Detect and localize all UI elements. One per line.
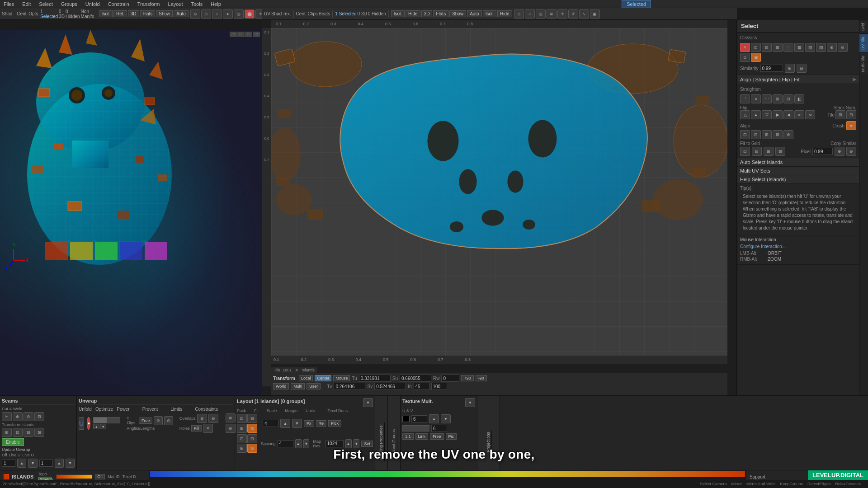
texture-expand[interactable]: ▼ bbox=[465, 398, 475, 407]
unfold-btn[interactable]: U bbox=[79, 417, 84, 430]
val100-input[interactable] bbox=[431, 383, 447, 390]
uv-hide-btn[interactable]: Hide bbox=[406, 10, 420, 17]
world-btn[interactable]: World bbox=[273, 383, 289, 389]
seam-btn-3[interactable]: ⊙ bbox=[24, 412, 33, 421]
layout-btn-2[interactable]: ⊟ bbox=[247, 434, 257, 443]
seams-dn2[interactable]: ▼ bbox=[66, 459, 75, 468]
ti-btn-4[interactable]: ⊠ bbox=[34, 428, 44, 437]
menu-item-tools[interactable]: Tools bbox=[189, 1, 204, 7]
free2-btn[interactable]: Free bbox=[430, 433, 444, 440]
flats-btn[interactable]: Flats bbox=[140, 10, 156, 17]
spacing-dn[interactable]: ▼ bbox=[303, 439, 310, 448]
uv-islands-svg[interactable] bbox=[271, 28, 727, 364]
texture-swatch[interactable] bbox=[402, 416, 410, 422]
fit-grid-2[interactable]: ⊟ bbox=[752, 147, 762, 156]
toolbar-icon-6[interactable]: ⬤ bbox=[245, 9, 255, 19]
menu-item-transform[interactable]: Transform bbox=[136, 1, 162, 7]
toolbar-icon-3[interactable]: ○ bbox=[212, 9, 222, 19]
flip-3[interactable]: ▽ bbox=[762, 110, 772, 119]
align-section-header[interactable]: Align | Straighten | Flip | Fit ▶ bbox=[737, 75, 859, 84]
overlaps-btn-2[interactable]: ⊖ bbox=[208, 414, 218, 423]
seam-btn-4[interactable]: ⊟ bbox=[34, 412, 44, 421]
uv-canvas[interactable]: 0.10.20.3 0.40.5 0.60.7 0.8 bbox=[271, 28, 727, 364]
uv-rotate-icon[interactable]: ↺ bbox=[568, 9, 578, 19]
opts-label[interactable]: Opts. bbox=[28, 11, 39, 16]
uv-beats-label[interactable]: Beats bbox=[319, 11, 330, 16]
uv-isol2-btn[interactable]: Isol. bbox=[483, 10, 496, 17]
str-1[interactable]: ⋮ bbox=[740, 94, 750, 103]
layout-expand[interactable]: ▼ bbox=[363, 398, 373, 407]
toolbar-icon-2[interactable]: ⊙ bbox=[201, 9, 211, 19]
flip-7[interactable]: ⊲ bbox=[805, 110, 815, 119]
fit-grid-4[interactable]: ⊠ bbox=[775, 147, 785, 156]
align-2[interactable]: ⊟ bbox=[751, 130, 761, 139]
str-3[interactable]: ⋯ bbox=[762, 94, 772, 103]
spacing-input[interactable] bbox=[278, 440, 293, 447]
plus90-btn[interactable]: +90 bbox=[461, 375, 473, 381]
cut-btn[interactable]: ✂ bbox=[2, 412, 12, 421]
uv-cent-label[interactable]: Cent. bbox=[296, 11, 307, 16]
align-4[interactable]: ⊠ bbox=[773, 130, 783, 139]
select-islands-btn[interactable]: ⬚ bbox=[783, 43, 793, 52]
multi-btn[interactable]: Multi bbox=[291, 383, 305, 389]
seams-val1[interactable] bbox=[2, 460, 15, 467]
menu-item-edit[interactable]: Edit bbox=[20, 1, 33, 7]
tab-uv-tile[interactable]: UV Tile bbox=[859, 33, 868, 52]
menu-item-unfold[interactable]: Unfold bbox=[84, 1, 102, 7]
uv-flats-btn[interactable]: Flats bbox=[433, 10, 448, 17]
layout-btn-1[interactable]: ⊡ bbox=[237, 434, 247, 443]
pixel-btn[interactable]: ⊕ bbox=[835, 147, 844, 156]
select-none-btn[interactable]: ▧ bbox=[805, 43, 815, 52]
menu-item-files[interactable]: Files bbox=[2, 1, 16, 7]
holes-btn-3[interactable]: ✕ bbox=[203, 424, 213, 433]
uv-move-icon[interactable]: ✛ bbox=[557, 9, 567, 19]
str-2[interactable]: ≡ bbox=[751, 94, 761, 103]
fit-grid-1[interactable]: ⊡ bbox=[740, 147, 750, 156]
texture-val[interactable] bbox=[411, 415, 427, 422]
toolbar-icon-5[interactable]: ◎ bbox=[234, 9, 244, 19]
weld-btn[interactable]: ⊕ bbox=[13, 412, 23, 421]
select-edges-btn[interactable]: ⊟ bbox=[762, 43, 772, 52]
uv-d3-btn[interactable]: 3D bbox=[421, 10, 433, 17]
auto-btn[interactable]: Auto bbox=[174, 10, 189, 17]
flips-btn-2[interactable]: ⊖ bbox=[164, 416, 173, 425]
pic-btn[interactable]: Pic bbox=[446, 433, 457, 440]
str-5[interactable]: ⊟ bbox=[783, 94, 793, 103]
ti-btn-2[interactable]: ⊡ bbox=[13, 428, 23, 437]
mapres-dn[interactable]: ▼ bbox=[354, 439, 360, 448]
uv-editor[interactable]: 0.1 0.2 0.3 0.4 0.5 0.6 0.7 0.8 0.1 0.2 … bbox=[262, 20, 737, 395]
multi-uv-section-header[interactable]: Multi UV Sets bbox=[737, 167, 859, 175]
px-btn[interactable]: Px bbox=[304, 420, 314, 427]
menu-item-groups[interactable]: Groups bbox=[59, 1, 79, 7]
power-up[interactable]: ▲ bbox=[93, 424, 99, 429]
tex-dn[interactable]: ▼ bbox=[441, 414, 451, 423]
align-5[interactable]: ⊕ bbox=[783, 130, 793, 139]
seams-up2[interactable]: ▲ bbox=[55, 459, 64, 468]
su-input[interactable] bbox=[400, 375, 431, 382]
tile-1[interactable]: ⊞ bbox=[835, 110, 845, 119]
tab-grid[interactable]: Grid bbox=[859, 20, 868, 33]
constraint-btn-1[interactable]: ⊕ bbox=[226, 413, 236, 422]
isol-btn[interactable]: Isol. bbox=[99, 10, 113, 17]
mouse-btn[interactable]: Mouse bbox=[333, 375, 350, 381]
uv-isol-btn[interactable]: Isol. bbox=[391, 10, 405, 17]
mapres-up[interactable]: ▲ bbox=[345, 439, 352, 448]
d3-btn[interactable]: 3D bbox=[128, 10, 139, 17]
str-6[interactable]: ◧ bbox=[794, 94, 804, 103]
menu-item-select[interactable]: Select bbox=[37, 1, 55, 7]
center-btn[interactable]: Center bbox=[315, 375, 331, 381]
pick-btn[interactable]: Pick bbox=[328, 420, 341, 427]
flip-1[interactable]: △ bbox=[740, 110, 750, 119]
free-btn[interactable]: Free bbox=[139, 418, 153, 424]
in-input[interactable] bbox=[414, 383, 429, 390]
similarity-input[interactable] bbox=[760, 65, 783, 72]
uv-select-icon[interactable]: ▣ bbox=[590, 9, 600, 19]
pixel-btn-2[interactable]: ⊖ bbox=[846, 147, 856, 156]
menu-item-constrain[interactable]: Constrain bbox=[106, 1, 131, 7]
similarity-btn-1[interactable]: ⊞ bbox=[785, 64, 795, 73]
select-faces-btn[interactable]: ⊠ bbox=[773, 43, 783, 52]
pack-btn-3[interactable]: ⊞ bbox=[237, 424, 247, 433]
tab-multi-tile[interactable]: Multi-Tile bbox=[859, 52, 868, 75]
ti-btn-1[interactable]: ⊞ bbox=[2, 428, 12, 437]
menu-item-layout[interactable]: Layout bbox=[166, 1, 184, 7]
